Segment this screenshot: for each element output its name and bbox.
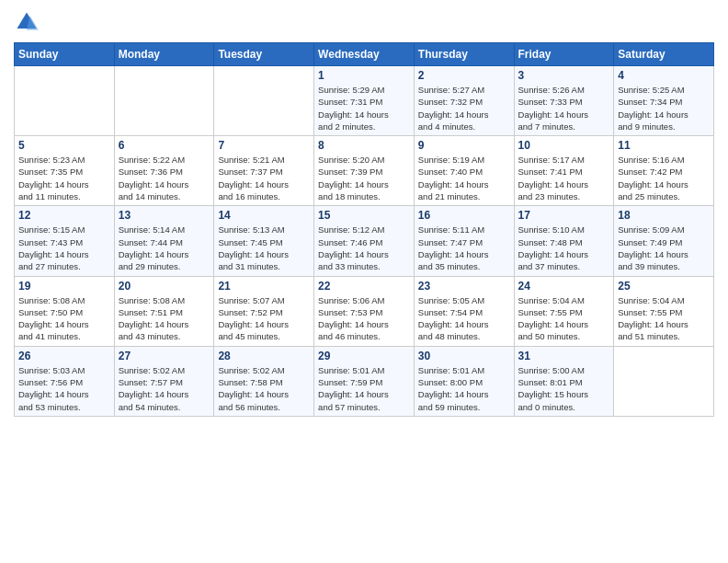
- calendar-cell: 24Sunrise: 5:04 AM Sunset: 7:55 PM Dayli…: [514, 276, 614, 346]
- day-number: 25: [618, 280, 710, 293]
- day-info: Sunrise: 5:21 AM Sunset: 7:37 PM Dayligh…: [218, 154, 310, 202]
- day-info: Sunrise: 5:16 AM Sunset: 7:42 PM Dayligh…: [618, 154, 710, 202]
- calendar: SundayMondayTuesdayWednesdayThursdayFrid…: [14, 42, 714, 417]
- calendar-cell: 22Sunrise: 5:06 AM Sunset: 7:53 PM Dayli…: [314, 276, 415, 346]
- day-info: Sunrise: 5:07 AM Sunset: 7:52 PM Dayligh…: [218, 294, 310, 343]
- day-info: Sunrise: 5:00 AM Sunset: 8:01 PM Dayligh…: [518, 364, 610, 413]
- calendar-cell: 4Sunrise: 5:25 AM Sunset: 7:34 PM Daylig…: [614, 66, 714, 136]
- day-info: Sunrise: 5:04 AM Sunset: 7:55 PM Dayligh…: [618, 294, 710, 343]
- logo: [14, 9, 43, 35]
- calendar-cell: 23Sunrise: 5:05 AM Sunset: 7:54 PM Dayli…: [414, 276, 514, 346]
- day-info: Sunrise: 5:05 AM Sunset: 7:54 PM Dayligh…: [418, 294, 510, 343]
- calendar-row-1: 5Sunrise: 5:23 AM Sunset: 7:35 PM Daylig…: [15, 136, 714, 206]
- day-number: 28: [218, 350, 310, 362]
- weekday-tuesday: Tuesday: [214, 43, 314, 66]
- calendar-cell: 29Sunrise: 5:01 AM Sunset: 7:59 PM Dayli…: [314, 346, 415, 416]
- calendar-cell: 5Sunrise: 5:23 AM Sunset: 7:35 PM Daylig…: [15, 136, 115, 206]
- day-info: Sunrise: 5:08 AM Sunset: 7:50 PM Dayligh…: [18, 294, 110, 343]
- day-info: Sunrise: 5:11 AM Sunset: 7:47 PM Dayligh…: [418, 224, 510, 272]
- day-number: 24: [518, 280, 610, 293]
- calendar-cell: [214, 66, 314, 136]
- weekday-wednesday: Wednesday: [314, 43, 415, 66]
- calendar-cell: 27Sunrise: 5:02 AM Sunset: 7:57 PM Dayli…: [114, 346, 214, 416]
- day-number: 31: [518, 350, 610, 362]
- calendar-row-0: 1Sunrise: 5:29 AM Sunset: 7:31 PM Daylig…: [15, 66, 714, 136]
- calendar-cell: 30Sunrise: 5:01 AM Sunset: 8:00 PM Dayli…: [414, 346, 514, 416]
- weekday-sunday: Sunday: [15, 43, 115, 66]
- page: SundayMondayTuesdayWednesdayThursdayFrid…: [0, 0, 728, 431]
- calendar-cell: 10Sunrise: 5:17 AM Sunset: 7:41 PM Dayli…: [514, 136, 614, 206]
- calendar-cell: 2Sunrise: 5:27 AM Sunset: 7:32 PM Daylig…: [414, 66, 514, 136]
- day-number: 23: [418, 280, 510, 293]
- day-number: 10: [518, 139, 610, 152]
- day-number: 17: [518, 209, 610, 222]
- calendar-cell: 1Sunrise: 5:29 AM Sunset: 7:31 PM Daylig…: [314, 66, 415, 136]
- day-info: Sunrise: 5:04 AM Sunset: 7:55 PM Dayligh…: [518, 294, 610, 343]
- day-info: Sunrise: 5:26 AM Sunset: 7:33 PM Dayligh…: [518, 84, 610, 132]
- day-info: Sunrise: 5:22 AM Sunset: 7:36 PM Dayligh…: [119, 154, 210, 202]
- day-info: Sunrise: 5:14 AM Sunset: 7:44 PM Dayligh…: [119, 224, 210, 272]
- weekday-header-row: SundayMondayTuesdayWednesdayThursdayFrid…: [15, 43, 714, 66]
- day-number: 14: [218, 209, 310, 222]
- day-info: Sunrise: 5:09 AM Sunset: 7:49 PM Dayligh…: [618, 224, 710, 272]
- day-info: Sunrise: 5:03 AM Sunset: 7:56 PM Dayligh…: [18, 364, 110, 413]
- calendar-cell: 9Sunrise: 5:19 AM Sunset: 7:40 PM Daylig…: [414, 136, 514, 206]
- day-info: Sunrise: 5:01 AM Sunset: 7:59 PM Dayligh…: [318, 364, 410, 413]
- day-number: 9: [418, 139, 510, 152]
- calendar-cell: 12Sunrise: 5:15 AM Sunset: 7:43 PM Dayli…: [15, 206, 115, 276]
- calendar-cell: 15Sunrise: 5:12 AM Sunset: 7:46 PM Dayli…: [314, 206, 415, 276]
- day-number: 22: [318, 280, 410, 293]
- header: [14, 9, 714, 35]
- calendar-cell: [114, 66, 214, 136]
- day-info: Sunrise: 5:23 AM Sunset: 7:35 PM Dayligh…: [18, 154, 110, 202]
- calendar-row-2: 12Sunrise: 5:15 AM Sunset: 7:43 PM Dayli…: [15, 206, 714, 276]
- calendar-cell: 14Sunrise: 5:13 AM Sunset: 7:45 PM Dayli…: [214, 206, 314, 276]
- day-number: 15: [318, 209, 410, 222]
- calendar-cell: 13Sunrise: 5:14 AM Sunset: 7:44 PM Dayli…: [114, 206, 214, 276]
- day-number: 4: [618, 69, 710, 82]
- day-info: Sunrise: 5:10 AM Sunset: 7:48 PM Dayligh…: [518, 224, 610, 272]
- calendar-cell: 19Sunrise: 5:08 AM Sunset: 7:50 PM Dayli…: [15, 276, 115, 346]
- day-info: Sunrise: 5:02 AM Sunset: 7:58 PM Dayligh…: [218, 364, 310, 413]
- day-number: 16: [418, 209, 510, 222]
- day-number: 19: [18, 280, 110, 293]
- day-number: 6: [119, 139, 210, 152]
- calendar-cell: 28Sunrise: 5:02 AM Sunset: 7:58 PM Dayli…: [214, 346, 314, 416]
- day-info: Sunrise: 5:13 AM Sunset: 7:45 PM Dayligh…: [218, 224, 310, 272]
- weekday-friday: Friday: [514, 43, 614, 66]
- calendar-cell: 8Sunrise: 5:20 AM Sunset: 7:39 PM Daylig…: [314, 136, 415, 206]
- day-number: 5: [18, 139, 110, 152]
- day-info: Sunrise: 5:29 AM Sunset: 7:31 PM Dayligh…: [318, 84, 410, 132]
- day-info: Sunrise: 5:01 AM Sunset: 8:00 PM Dayligh…: [418, 364, 510, 413]
- day-info: Sunrise: 5:02 AM Sunset: 7:57 PM Dayligh…: [119, 364, 210, 413]
- day-number: 29: [318, 350, 410, 362]
- weekday-saturday: Saturday: [614, 43, 714, 66]
- calendar-cell: [614, 346, 714, 416]
- calendar-cell: 7Sunrise: 5:21 AM Sunset: 7:37 PM Daylig…: [214, 136, 314, 206]
- calendar-cell: 21Sunrise: 5:07 AM Sunset: 7:52 PM Dayli…: [214, 276, 314, 346]
- day-number: 12: [18, 209, 110, 222]
- calendar-cell: 20Sunrise: 5:08 AM Sunset: 7:51 PM Dayli…: [114, 276, 214, 346]
- day-info: Sunrise: 5:08 AM Sunset: 7:51 PM Dayligh…: [119, 294, 210, 343]
- day-info: Sunrise: 5:20 AM Sunset: 7:39 PM Dayligh…: [318, 154, 410, 202]
- weekday-monday: Monday: [114, 43, 214, 66]
- day-info: Sunrise: 5:17 AM Sunset: 7:41 PM Dayligh…: [518, 154, 610, 202]
- calendar-cell: 18Sunrise: 5:09 AM Sunset: 7:49 PM Dayli…: [614, 206, 714, 276]
- calendar-cell: 11Sunrise: 5:16 AM Sunset: 7:42 PM Dayli…: [614, 136, 714, 206]
- day-number: 26: [18, 350, 110, 362]
- day-number: 21: [218, 280, 310, 293]
- day-number: 30: [418, 350, 510, 362]
- calendar-cell: [15, 66, 115, 136]
- day-info: Sunrise: 5:12 AM Sunset: 7:46 PM Dayligh…: [318, 224, 410, 272]
- calendar-row-4: 26Sunrise: 5:03 AM Sunset: 7:56 PM Dayli…: [15, 346, 714, 416]
- calendar-cell: 16Sunrise: 5:11 AM Sunset: 7:47 PM Dayli…: [414, 206, 514, 276]
- day-number: 2: [418, 69, 510, 82]
- calendar-cell: 17Sunrise: 5:10 AM Sunset: 7:48 PM Dayli…: [514, 206, 614, 276]
- day-info: Sunrise: 5:06 AM Sunset: 7:53 PM Dayligh…: [318, 294, 410, 343]
- day-number: 7: [218, 139, 310, 152]
- day-info: Sunrise: 5:27 AM Sunset: 7:32 PM Dayligh…: [418, 84, 510, 132]
- calendar-cell: 6Sunrise: 5:22 AM Sunset: 7:36 PM Daylig…: [114, 136, 214, 206]
- day-number: 13: [119, 209, 210, 222]
- day-number: 20: [119, 280, 210, 293]
- logo-icon: [14, 9, 40, 35]
